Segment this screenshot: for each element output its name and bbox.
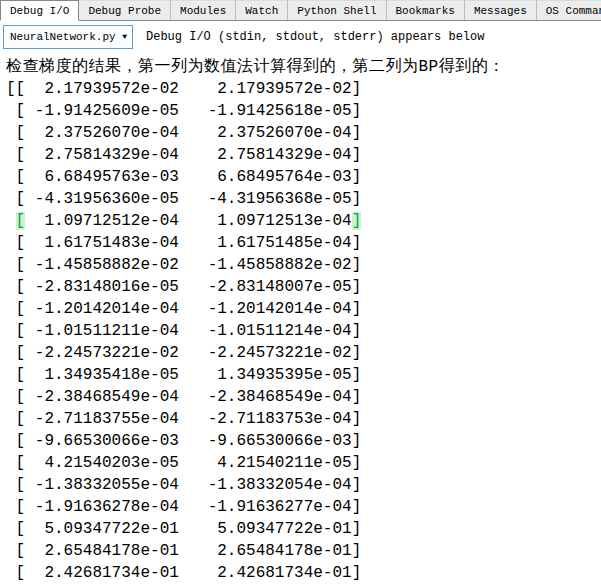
chevron-down-icon: ▼	[122, 32, 127, 41]
debug-io-panel: Debug I/ODebug ProbeModulesWatchPython S…	[0, 0, 601, 584]
matrix-row: [ 6.68495763e-03 6.68495764e-03]	[6, 166, 601, 188]
matrix-row: [ -1.91425609e-05 -1.91425618e-05]	[6, 100, 601, 122]
tab-bar: Debug I/ODebug ProbeModulesWatchPython S…	[0, 0, 601, 21]
matrix-row: [ -4.31956360e-05 -4.31956368e-05]	[6, 188, 601, 210]
matrix-row: [ -1.38332055e-04 -1.38332054e-04]	[6, 474, 601, 496]
tab-os-commands[interactable]: OS Commands	[537, 0, 601, 20]
tab-modules[interactable]: Modules	[171, 0, 236, 20]
matrix-row: [ -1.20142014e-04 -1.20142014e-04]	[6, 298, 601, 320]
tab-bookmarks[interactable]: Bookmarks	[387, 0, 465, 20]
matrix-row: [ 1.34935418e-05 1.34935395e-05]	[6, 364, 601, 386]
matrix-row: [ 5.09347722e-01 5.09347722e-01]	[6, 518, 601, 540]
debug-output-area[interactable]: 检查梯度的结果，第一列为数值法计算得到的，第二列为BP得到的： [[ 2.179…	[0, 52, 601, 584]
matrix-row: [ -2.83148016e-05 -2.83148007e-05]	[6, 276, 601, 298]
matrix-rows: [[ 2.17939572e-02 2.17939572e-02] [ -1.9…	[6, 78, 601, 584]
tab-python-shell[interactable]: Python Shell	[288, 0, 386, 20]
matrix-row: [ 4.21540203e-05 4.21540211e-05]	[6, 452, 601, 474]
matched-open-bracket: [	[16, 212, 26, 230]
matrix-row: [ 1.61751483e-04 1.61751485e-04]	[6, 232, 601, 254]
matrix-row: [ -9.66530066e-03 -9.66530066e-03]	[6, 430, 601, 452]
matched-close-bracket: ]	[352, 212, 362, 230]
io-description-label: Debug I/O (stdin, stdout, stderr) appear…	[146, 30, 484, 44]
tab-debug-probe[interactable]: Debug Probe	[79, 0, 171, 20]
toolbar: NeuralNetwork.py (j ▼ Debug I/O (stdin, …	[0, 21, 601, 52]
matrix-row: [ -2.24573221e-02 -2.24573221e-02]	[6, 342, 601, 364]
matrix-row: [ 2.37526070e-04 2.37526070e-04]	[6, 122, 601, 144]
tab-watch[interactable]: Watch	[236, 0, 288, 20]
process-selector-dropdown[interactable]: NeuralNetwork.py (j ▼	[3, 25, 133, 49]
matrix-row: [ 1.09712512e-04 1.09712513e-04]	[6, 210, 601, 232]
matrix-row: [ -2.71183755e-04 -2.71183753e-04]	[6, 408, 601, 430]
matrix-row: [ 2.65484178e-01 2.65484178e-01]	[6, 540, 601, 562]
matrix-row: [ -1.01511211e-04 -1.01511214e-04]	[6, 320, 601, 342]
process-selector-value: NeuralNetwork.py (j	[10, 31, 118, 43]
matrix-row: [ -2.38468549e-04 -2.38468549e-04]	[6, 386, 601, 408]
matrix-row: [ 2.75814329e-04 2.75814329e-04]	[6, 144, 601, 166]
matrix-row: [ -1.91636278e-04 -1.91636277e-04]	[6, 496, 601, 518]
matrix-row: [ 2.42681734e-01 2.42681734e-01]	[6, 562, 601, 584]
tab-messages[interactable]: Messages	[465, 0, 537, 20]
tab-debug-i-o[interactable]: Debug I/O	[0, 0, 79, 21]
matrix-row: [[ 2.17939572e-02 2.17939572e-02]	[6, 78, 601, 100]
matrix-row: [ -1.45858882e-02 -1.45858882e-02]	[6, 254, 601, 276]
output-header-line: 检查梯度的结果，第一列为数值法计算得到的，第二列为BP得到的：	[6, 56, 601, 78]
